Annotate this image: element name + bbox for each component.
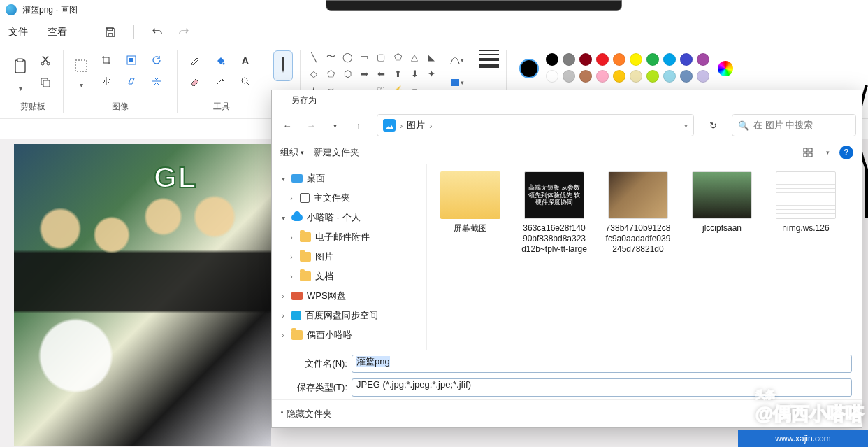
file-item[interactable]: 738b4710b912c8fc9a0aadadfe039245d78821d0 [605, 171, 672, 255]
skew-icon[interactable] [121, 71, 142, 91]
shape-outline-icon[interactable]: ▾ [446, 50, 467, 70]
tree-item[interactable]: ›主文件夹 [275, 188, 424, 208]
tree-item[interactable]: ▾桌面 [275, 169, 424, 188]
shape-line-icon[interactable]: ╲ [308, 50, 320, 63]
view-mode-icon[interactable] [800, 144, 816, 161]
color-swatch[interactable] [563, 70, 575, 83]
save-icon[interactable] [104, 26, 117, 38]
color-swatch[interactable] [563, 53, 575, 66]
color-swatch[interactable] [646, 53, 659, 66]
shape-arrowr-icon[interactable]: ➡ [358, 67, 370, 80]
tree-item[interactable]: ›偶西小嗒嗒 [275, 325, 424, 345]
twisty-icon[interactable]: › [287, 273, 296, 281]
shape-oval-icon[interactable]: ◯ [341, 50, 354, 63]
organize-menu[interactable]: 组织▾ [280, 146, 304, 159]
paste-button[interactable] [10, 51, 31, 82]
filename-input[interactable]: 灌篮png [352, 355, 852, 373]
tree-item[interactable]: ›电子邮件附件 [275, 227, 424, 247]
color-swatch[interactable] [613, 53, 625, 66]
shape-pentagon-icon[interactable]: ⬠ [324, 67, 337, 80]
rotate-icon[interactable] [146, 50, 167, 70]
color-swatch[interactable] [630, 53, 642, 66]
color-swatch[interactable] [697, 70, 709, 83]
shape-triangle-icon[interactable]: △ [408, 50, 421, 63]
shape-arrowu-icon[interactable]: ⬆ [391, 67, 404, 80]
tree-item[interactable]: ›图片 [275, 247, 424, 267]
refresh-icon[interactable]: ↻ [702, 115, 723, 136]
pencil-icon[interactable] [185, 50, 205, 70]
flip-v-icon[interactable] [146, 71, 167, 91]
nav-forward-icon[interactable]: → [301, 115, 321, 135]
color-swatch[interactable] [630, 70, 642, 83]
magnifier-icon[interactable] [235, 71, 256, 91]
file-item[interactable]: jlccipfsaan [688, 171, 755, 234]
color-swatch[interactable] [663, 53, 676, 66]
twisty-icon[interactable]: ▾ [279, 175, 287, 183]
file-item[interactable]: 高端无短板 从参数领先到体验优先 软硬件深度协同363ca16e28f14090… [521, 171, 588, 255]
file-item[interactable]: nimg.ws.126 [772, 171, 839, 234]
color-swatch[interactable] [546, 53, 558, 66]
resize-icon[interactable] [121, 50, 142, 70]
twisty-icon[interactable]: › [279, 312, 287, 320]
twisty-icon[interactable]: ▾ [279, 214, 287, 222]
shape-arrowl-icon[interactable]: ⬅ [375, 67, 387, 80]
copy-icon[interactable] [35, 73, 56, 92]
color-primary[interactable] [519, 59, 539, 78]
tree-item[interactable]: ›文档 [275, 267, 424, 286]
shape-roundrect-icon[interactable]: ▢ [375, 50, 387, 63]
eraser-icon[interactable] [185, 71, 205, 91]
menu-file[interactable]: 文件 [6, 23, 31, 41]
undo-icon[interactable] [151, 26, 164, 38]
canvas-image[interactable]: GL [14, 144, 271, 446]
search-input[interactable]: 🔍 在 图片 中搜索 [732, 114, 856, 136]
flip-h-icon[interactable] [96, 71, 117, 91]
breadcrumb[interactable]: › 图片 › ▾ [377, 114, 694, 136]
twisty-icon[interactable]: › [287, 253, 296, 261]
chevron-down-icon[interactable]: ▾ [684, 122, 688, 129]
shape-star4-icon[interactable]: ✦ [425, 67, 437, 80]
color-swatch[interactable] [697, 53, 709, 66]
help-icon[interactable]: ? [839, 146, 853, 159]
color-swatch[interactable] [596, 53, 609, 66]
nav-up-icon[interactable]: ↑ [349, 115, 368, 135]
color-swatch[interactable] [663, 70, 676, 83]
color-swatch[interactable] [546, 70, 558, 83]
nav-recent-icon[interactable]: ▾ [325, 115, 345, 135]
color-swatch[interactable] [596, 70, 609, 83]
twisty-icon[interactable]: › [279, 332, 287, 339]
shape-rtriangle-icon[interactable]: ◣ [425, 50, 437, 63]
color-palette-row2[interactable] [546, 70, 711, 84]
color-swatch[interactable] [613, 70, 625, 83]
twisty-icon[interactable]: › [279, 292, 287, 300]
color-swatch[interactable] [646, 70, 659, 83]
color-swatch[interactable] [579, 70, 592, 83]
cut-icon[interactable] [35, 50, 56, 70]
file-item[interactable]: 屏幕截图 [437, 171, 504, 234]
color-swatch[interactable] [680, 53, 693, 66]
shape-arrowd-icon[interactable]: ⬇ [408, 67, 421, 80]
new-folder-button[interactable]: 新建文件夹 [314, 146, 359, 159]
shape-diamond-icon[interactable]: ◇ [308, 67, 320, 80]
shape-rect-icon[interactable]: ▭ [358, 50, 370, 63]
text-icon[interactable]: A [235, 50, 256, 70]
tree-item[interactable]: ›WPS网盘 [275, 286, 424, 306]
color-swatch[interactable] [579, 53, 592, 66]
shape-curve-icon[interactable]: 〜 [324, 50, 337, 63]
breadcrumb-item[interactable]: 图片 [407, 119, 425, 132]
picker-icon[interactable] [210, 71, 231, 91]
shape-polygon-icon[interactable]: ⬠ [391, 50, 404, 63]
file-list[interactable]: 屏幕截图高端无短板 从参数领先到体验优先 软硬件深度协同363ca16e28f1… [427, 164, 862, 350]
twisty-icon[interactable]: › [287, 194, 296, 202]
fill-icon[interactable] [210, 50, 231, 70]
folder-tree[interactable]: ▾桌面›主文件夹▾小嗒嗒 - 个人›电子邮件附件›图片›文档›WPS网盘›百度网… [272, 164, 427, 350]
nav-back-icon[interactable]: ← [277, 115, 297, 135]
hide-folders-toggle[interactable]: ˄隐藏文件夹 [280, 408, 332, 420]
redo-icon[interactable] [178, 26, 190, 38]
menu-view[interactable]: 查看 [45, 23, 70, 41]
tree-item[interactable]: ▾小嗒嗒 - 个人 [275, 208, 424, 227]
brush-button[interactable] [273, 50, 293, 81]
crop-icon[interactable] [96, 50, 117, 70]
twisty-icon[interactable]: › [287, 234, 296, 241]
color-palette-row1[interactable] [546, 53, 711, 67]
chevron-down-icon[interactable]: ▾ [826, 149, 830, 156]
